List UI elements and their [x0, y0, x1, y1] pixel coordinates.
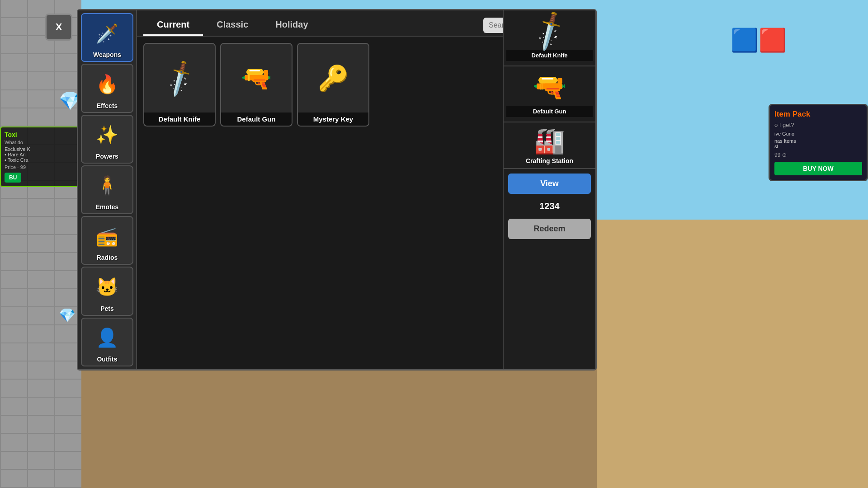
preview-default-knife[interactable]: 🗡️ Default Knife: [504, 10, 595, 66]
item-pack-price: 99 ⊙: [774, 152, 862, 158]
preview-knife-label: Default Knife: [506, 50, 593, 61]
mystery-key-label: Mystery Key: [298, 113, 368, 126]
toxic-rare: • Rare An: [5, 152, 75, 157]
preview-gun-icon: 🔫: [533, 71, 566, 103]
sidebar-item-emotes[interactable]: 🧍 Emotes: [81, 165, 133, 214]
item-card-default-gun[interactable]: 🔫 Default Gun: [220, 43, 292, 127]
toxic-price: Price - 99: [5, 164, 75, 170]
outfits-icon: 👤: [96, 321, 118, 355]
crafting-station-icon: 🏭: [534, 126, 565, 155]
default-gun-icon: 🔫: [221, 44, 292, 113]
sidebar-item-pets[interactable]: 🐱 Pets: [81, 267, 133, 315]
radios-icon: 📻: [96, 220, 118, 253]
pets-icon: 🐱: [96, 270, 118, 304]
item-pack-buy-button[interactable]: BUY NOW: [774, 162, 862, 175]
item-card-default-knife[interactable]: 🗡️ Default Knife: [143, 43, 216, 127]
tab-holiday[interactable]: Holiday: [262, 15, 321, 36]
sidebar-radios-label: Radios: [97, 254, 118, 261]
sidebar-item-effects[interactable]: 🔥 Effects: [81, 64, 133, 113]
preview-gun-label: Default Gun: [506, 106, 593, 117]
background-right: [597, 0, 868, 488]
default-gun-label: Default Gun: [221, 113, 292, 126]
item-pack-subtitle: o I get?: [774, 122, 862, 128]
sidebar-pets-label: Pets: [100, 305, 114, 312]
close-label: X: [56, 21, 62, 33]
item-pack-line3: sl: [774, 144, 862, 149]
item-pack-line1: ive Guno: [774, 130, 862, 138]
weapons-icon: 🗡️: [96, 17, 118, 50]
sidebar-powers-label: Powers: [96, 153, 118, 160]
item-pack-title: Item Pack: [774, 110, 862, 119]
toxic-craft: • Toxic Cra: [5, 157, 75, 163]
character-decorations: 🟦🟥: [731, 27, 787, 53]
effects-icon: 🔥: [96, 67, 118, 101]
item-pack-popup: Item Pack o I get? ive Guno nas Items sl…: [769, 104, 868, 181]
powers-icon: ✨: [96, 118, 118, 152]
sidebar-effects-label: Effects: [97, 102, 118, 109]
main-inventory-panel: 🗡️ Weapons 🔥 Effects ✨ Powers 🧍 Emotes 📻…: [77, 9, 597, 371]
redeem-button[interactable]: Redeem: [508, 219, 591, 239]
sidebar-weapons-label: Weapons: [93, 51, 121, 58]
tab-classic[interactable]: Classic: [203, 15, 262, 36]
toxic-popup: Toxi What do Exclusive K • Rare An • Tox…: [0, 127, 79, 187]
toxic-exclusive: Exclusive K: [5, 146, 75, 152]
sidebar-emotes-label: Emotes: [96, 203, 119, 211]
right-panel: 🗡️ Default Knife 🔫 Default Gun 🏭 Craftin…: [503, 10, 595, 369]
preview-default-gun[interactable]: 🔫 Default Gun: [504, 66, 595, 122]
sidebar: 🗡️ Weapons 🔥 Effects ✨ Powers 🧍 Emotes 📻…: [78, 10, 137, 369]
crafting-station-label: Crafting Station: [526, 157, 573, 164]
stone-wall: [0, 0, 81, 488]
tab-current[interactable]: Current: [143, 15, 203, 36]
sidebar-outfits-label: Outfits: [97, 356, 117, 363]
item-pack-line2: nas Items: [774, 138, 862, 144]
item-card-mystery-key[interactable]: 🔑 Mystery Key: [297, 43, 369, 127]
preview-knife-icon: 🗡️: [527, 9, 572, 53]
mystery-key-icon: 🔑: [298, 44, 368, 113]
sidebar-item-outfits[interactable]: 👤 Outfits: [81, 318, 133, 366]
view-button[interactable]: View: [508, 174, 591, 194]
toxic-desc: What do: [5, 140, 75, 145]
sidebar-item-powers[interactable]: ✨ Powers: [81, 115, 133, 164]
gem-decoration-bottom: 💎: [59, 307, 75, 323]
emotes-icon: 🧍: [96, 169, 118, 202]
toxic-name: Toxi: [5, 131, 75, 138]
close-button[interactable]: X: [45, 14, 72, 41]
toxic-buy-button[interactable]: BU: [5, 173, 21, 183]
sidebar-item-radios[interactable]: 📻 Radios: [81, 216, 133, 265]
crafting-station-preview: 🏭 Crafting Station: [504, 122, 595, 169]
redeem-code-display: 1234: [504, 196, 595, 217]
sidebar-item-weapons[interactable]: 🗡️ Weapons: [81, 13, 133, 62]
